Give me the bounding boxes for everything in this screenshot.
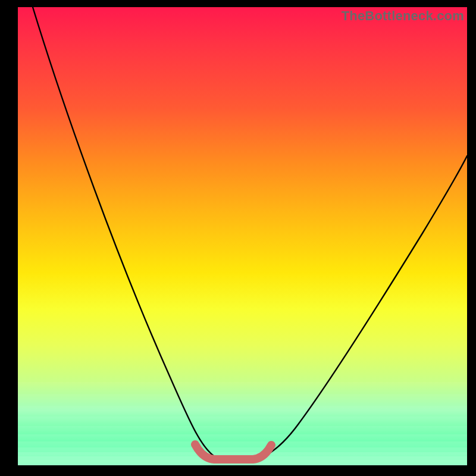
- curve-layer: [18, 7, 467, 465]
- watermark-text: TheBottleneck.com: [342, 8, 464, 24]
- gradient-plot-area: [18, 7, 467, 465]
- chart-frame: TheBottleneck.com: [0, 0, 476, 476]
- bottleneck-curve: [33, 7, 467, 462]
- minimum-marker: [195, 444, 271, 459]
